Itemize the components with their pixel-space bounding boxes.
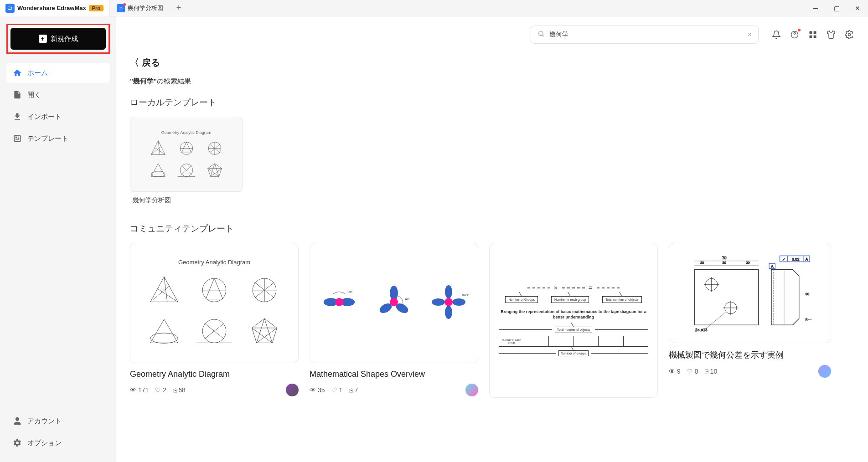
- home-icon: [13, 68, 22, 77]
- search-input[interactable]: [549, 31, 743, 38]
- svg-rect-2: [810, 31, 812, 34]
- svg-text:2× ø13: 2× ø13: [695, 328, 708, 332]
- file-icon: [13, 90, 22, 99]
- grid-icon[interactable]: [808, 30, 818, 40]
- community-thumbnail: 70 20 30 20 ⟋ 0.02 A A: [669, 243, 831, 343]
- copy-icon: ⎘: [173, 386, 176, 394]
- community-card-title: Geometry Analytic Diagram: [130, 370, 299, 379]
- svg-point-17: [335, 298, 343, 306]
- search-icon: [537, 30, 545, 39]
- svg-text:20: 20: [700, 261, 704, 265]
- dim-70: 70: [722, 256, 727, 260]
- community-card-geometry[interactable]: Geometry Analytic Diagram Geometry Analy…: [130, 243, 299, 398]
- tape-box: Number in each group: [551, 296, 589, 303]
- pro-badge: Pro: [89, 5, 103, 11]
- svg-point-26: [432, 298, 445, 306]
- copies-count: 68: [178, 386, 186, 394]
- copies-count: 10: [710, 368, 718, 375]
- community-card-shapes[interactable]: 180° 120° 109.5° Mathematical Shapes Ove…: [310, 243, 478, 398]
- document-tab[interactable]: ⊃ 幾何学分析図: [109, 0, 170, 16]
- local-template-card[interactable]: Geometry Analytic Diagram 幾何学分析図: [130, 117, 243, 205]
- svg-text:A: A: [806, 257, 808, 262]
- likes-count: 2: [163, 386, 166, 394]
- bell-icon[interactable]: [771, 30, 781, 40]
- chevron-left-icon: 〈: [130, 56, 139, 69]
- svg-point-25: [445, 306, 452, 319]
- import-icon: [13, 112, 22, 121]
- svg-point-27: [452, 298, 465, 306]
- result-suffix: の検索結果: [157, 77, 191, 85]
- sidebar-item-template[interactable]: テンプレート: [6, 128, 110, 149]
- plus-icon: +: [39, 35, 47, 43]
- community-thumbnail: Geometry Analytic Diagram: [130, 243, 299, 363]
- account-icon: [13, 416, 22, 426]
- tape-cell: Number in each group: [499, 336, 524, 346]
- views-count: 9: [677, 368, 681, 375]
- document-tab-label: 幾何学分析図: [128, 4, 163, 12]
- app-tab[interactable]: ⊃ Wondershare EdrawMax Pro: [0, 0, 109, 16]
- svg-rect-30: [694, 269, 759, 325]
- gear-icon: [13, 438, 22, 447]
- sidebar-item-account[interactable]: アカウント: [6, 411, 110, 431]
- svg-text:109.5°: 109.5°: [462, 294, 469, 297]
- svg-point-24: [445, 285, 452, 298]
- author-avatar[interactable]: [286, 384, 299, 396]
- close-button[interactable]: ✕: [847, 0, 868, 16]
- svg-point-13: [150, 333, 178, 343]
- app-logo-icon: ⊃: [5, 4, 15, 13]
- maximize-button[interactable]: ▢: [826, 0, 847, 16]
- sidebar-item-options[interactable]: オプション: [6, 433, 110, 453]
- sidebar-item-label: テンプレート: [27, 134, 68, 143]
- app-name: Wondershare EdrawMax: [17, 5, 86, 11]
- author-avatar[interactable]: [465, 384, 478, 396]
- svg-text:0.02: 0.02: [792, 257, 800, 262]
- author-avatar[interactable]: [818, 365, 831, 378]
- svg-text:⟋: ⟋: [782, 257, 785, 262]
- sidebar-item-import[interactable]: インポート: [6, 107, 110, 127]
- svg-rect-4: [810, 36, 812, 38]
- svg-rect-5: [814, 36, 816, 38]
- section-community-title: コミュニティテンプレート: [130, 223, 854, 235]
- content-area: × 〈 戻る "幾何学"の検索結果 ローカルテンプレート: [116, 16, 868, 462]
- eye-icon: 👁: [130, 386, 136, 394]
- community-thumbnail: 180° 120° 109.5°: [310, 243, 478, 363]
- new-tab-button[interactable]: +: [170, 3, 187, 13]
- document-icon: ⊃: [117, 4, 125, 12]
- back-label: 戻る: [142, 56, 160, 69]
- tape-caption: Bringing the representation of basic mat…: [499, 309, 648, 320]
- copy-icon: ⎘: [705, 368, 708, 375]
- shirt-icon[interactable]: [826, 30, 836, 40]
- svg-point-22: [390, 298, 398, 306]
- sidebar-item-label: オプション: [27, 439, 62, 447]
- svg-point-0: [539, 31, 543, 36]
- heart-icon: ♡: [331, 386, 337, 394]
- new-create-button[interactable]: + 新規作成: [10, 28, 106, 50]
- back-link[interactable]: 〈 戻る: [130, 56, 854, 69]
- community-card-meta: 👁171 ♡2 ⎘68: [130, 384, 299, 396]
- copies-count: 7: [354, 386, 358, 394]
- svg-text:A: A: [771, 264, 774, 269]
- thumb-title: Geometry Analytic Diagram: [161, 130, 212, 135]
- svg-line-56: [705, 312, 726, 329]
- minimize-button[interactable]: ─: [805, 0, 826, 16]
- eye-icon: 👁: [310, 386, 316, 394]
- svg-point-9: [151, 171, 165, 176]
- community-card-tape[interactable]: ×= Number of Groups Number in each group…: [489, 243, 658, 398]
- sidebar-item-open[interactable]: 開く: [6, 85, 110, 105]
- settings-icon[interactable]: [844, 30, 854, 40]
- community-card-mechanical[interactable]: 70 20 30 20 ⟋ 0.02 A A: [669, 243, 831, 398]
- svg-rect-3: [814, 31, 816, 34]
- sidebar-item-label: 開く: [27, 91, 41, 99]
- eye-icon: 👁: [669, 368, 675, 375]
- svg-point-28: [444, 298, 453, 306]
- tape-box: Number of Groups: [505, 296, 538, 303]
- help-icon[interactable]: [790, 30, 800, 40]
- community-card-title: 機械製図で幾何公差を示す実例: [669, 349, 831, 360]
- search-box[interactable]: ×: [531, 26, 759, 44]
- clear-search-icon[interactable]: ×: [748, 31, 752, 39]
- svg-point-6: [848, 34, 851, 36]
- titlebar: ⊃ Wondershare EdrawMax Pro ⊃ 幾何学分析図 + ─ …: [0, 0, 868, 16]
- views-count: 35: [318, 386, 325, 394]
- topbar: ×: [116, 26, 868, 44]
- sidebar-item-home[interactable]: ホーム: [6, 63, 110, 83]
